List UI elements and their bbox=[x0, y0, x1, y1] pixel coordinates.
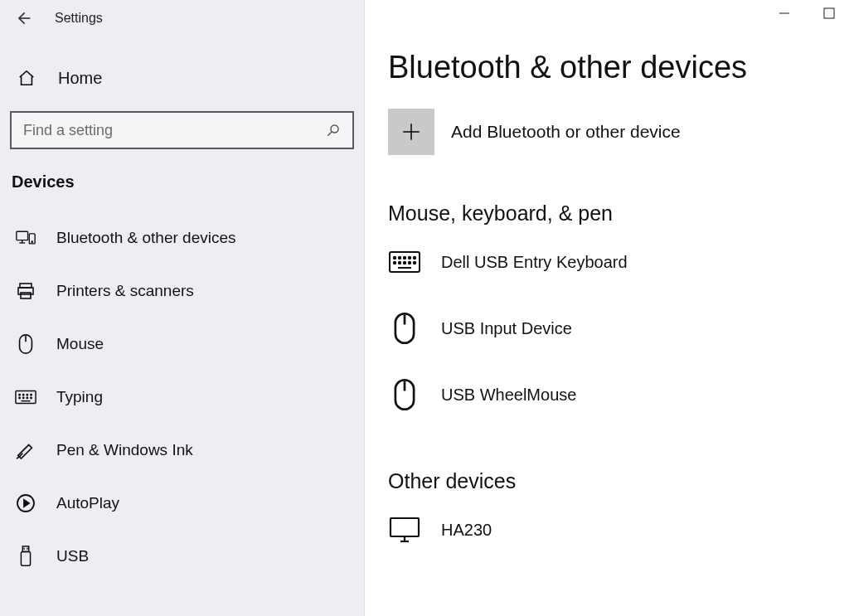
svg-point-15 bbox=[22, 394, 23, 395]
back-arrow-icon[interactable] bbox=[12, 7, 35, 30]
sidebar-item-typing[interactable]: Typing bbox=[0, 371, 364, 424]
window-controls bbox=[773, 5, 841, 22]
printer-icon bbox=[15, 280, 36, 302]
svg-rect-3 bbox=[17, 231, 28, 240]
keyboard-icon bbox=[388, 245, 421, 279]
svg-point-14 bbox=[19, 394, 20, 395]
svg-point-39 bbox=[394, 262, 395, 264]
sidebar-item-bluetooth[interactable]: Bluetooth & other devices bbox=[0, 211, 364, 264]
svg-point-7 bbox=[32, 241, 32, 242]
svg-line-2 bbox=[327, 132, 332, 136]
svg-rect-49 bbox=[391, 518, 419, 536]
autoplay-icon bbox=[15, 492, 36, 514]
sidebar-item-label: Mouse bbox=[56, 335, 104, 353]
keyboard-icon bbox=[15, 386, 36, 408]
device-label: USB WheelMouse bbox=[441, 386, 576, 405]
svg-point-1 bbox=[331, 125, 338, 133]
device-label: Dell USB Entry Keyboard bbox=[441, 253, 628, 272]
device-row-usb-input[interactable]: USB Input Device bbox=[388, 312, 849, 345]
sidebar-home[interactable]: Home bbox=[0, 60, 364, 96]
svg-point-36 bbox=[404, 257, 405, 259]
sidebar-item-label: Printers & scanners bbox=[56, 282, 194, 300]
svg-rect-10 bbox=[21, 293, 31, 298]
svg-point-42 bbox=[409, 262, 410, 264]
sidebar-item-autoplay[interactable]: AutoPlay bbox=[0, 477, 364, 530]
group-mouse-keyboard-heading: Mouse, keyboard, & pen bbox=[388, 201, 849, 226]
app-title: Settings bbox=[55, 11, 103, 26]
monitor-icon bbox=[388, 513, 421, 546]
section-label: Devices bbox=[0, 149, 364, 195]
content-pane: Bluetooth & other devices Add Bluetooth … bbox=[365, 0, 849, 616]
search-input[interactable] bbox=[23, 122, 326, 139]
mouse-icon bbox=[388, 378, 421, 411]
settings-sidebar: Settings Home Devic bbox=[0, 0, 365, 616]
devices-icon bbox=[15, 227, 36, 249]
svg-point-41 bbox=[404, 262, 405, 264]
sidebar-item-label: AutoPlay bbox=[56, 494, 119, 512]
svg-point-35 bbox=[399, 257, 400, 259]
home-icon bbox=[17, 68, 36, 88]
usb-icon bbox=[15, 546, 36, 567]
search-box[interactable] bbox=[10, 111, 354, 149]
svg-point-34 bbox=[394, 257, 395, 259]
svg-point-19 bbox=[22, 397, 23, 398]
svg-marker-24 bbox=[24, 500, 29, 507]
svg-point-18 bbox=[19, 397, 20, 398]
sidebar-item-label: Pen & Windows Ink bbox=[56, 441, 193, 459]
svg-point-17 bbox=[31, 394, 32, 395]
mouse-icon bbox=[388, 312, 421, 345]
plus-icon bbox=[388, 109, 434, 155]
titlebar: Settings bbox=[0, 0, 364, 36]
home-label: Home bbox=[58, 69, 102, 88]
sidebar-item-mouse[interactable]: Mouse bbox=[0, 318, 364, 371]
svg-point-21 bbox=[31, 397, 32, 398]
sidebar-item-printers[interactable]: Printers & scanners bbox=[0, 264, 364, 318]
sidebar-item-label: Bluetooth & other devices bbox=[56, 229, 236, 247]
svg-point-37 bbox=[409, 257, 410, 259]
sidebar-item-label: Typing bbox=[56, 388, 103, 406]
device-row-keyboard[interactable]: Dell USB Entry Keyboard bbox=[388, 245, 849, 279]
device-row-wheelmouse[interactable]: USB WheelMouse bbox=[388, 378, 849, 411]
sidebar-item-pen[interactable]: Pen & Windows Ink bbox=[0, 424, 364, 477]
sidebar-item-label: USB bbox=[56, 547, 89, 565]
minimize-icon[interactable] bbox=[773, 5, 796, 22]
search-icon bbox=[326, 123, 341, 138]
add-device-button[interactable]: Add Bluetooth or other device bbox=[388, 109, 849, 155]
maximize-icon[interactable] bbox=[817, 5, 841, 22]
nav-list: Bluetooth & other devices Printers & sca… bbox=[0, 211, 364, 583]
device-label: USB Input Device bbox=[441, 319, 572, 338]
svg-rect-26 bbox=[21, 551, 30, 565]
svg-point-38 bbox=[414, 257, 415, 259]
search-row bbox=[10, 111, 354, 149]
svg-point-16 bbox=[27, 394, 27, 395]
device-label: HA230 bbox=[441, 521, 492, 540]
mouse-icon bbox=[15, 333, 36, 355]
svg-point-20 bbox=[27, 397, 27, 398]
device-row-monitor[interactable]: HA230 bbox=[388, 513, 849, 546]
pen-ink-icon bbox=[15, 439, 36, 461]
svg-rect-30 bbox=[824, 8, 834, 18]
group-other-heading: Other devices bbox=[388, 469, 849, 493]
sidebar-item-usb[interactable]: USB bbox=[0, 530, 364, 583]
add-device-label: Add Bluetooth or other device bbox=[451, 122, 681, 142]
svg-point-43 bbox=[414, 262, 415, 264]
svg-point-40 bbox=[399, 262, 400, 264]
